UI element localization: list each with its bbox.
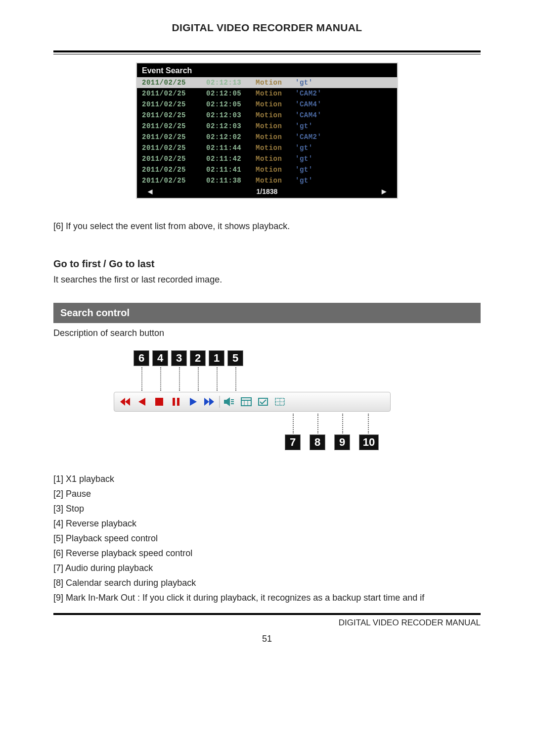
fast-forward-icon[interactable] <box>202 395 217 409</box>
legend-item: [1] X1 playback <box>53 474 481 484</box>
event-date: 2011/02/25 <box>142 177 206 185</box>
event-date: 2011/02/25 <box>142 144 206 152</box>
event-type: Motion <box>256 166 295 174</box>
numbox-8: 8 <box>310 434 325 450</box>
numbox-4: 4 <box>152 350 168 366</box>
legend-item: [5] Playback speed control <box>53 533 481 544</box>
event-type: Motion <box>256 177 295 185</box>
legend-item: [3] Stop <box>53 504 481 514</box>
numbox-1: 1 <box>209 350 224 366</box>
event-time: 02:11:44 <box>206 144 256 152</box>
svg-rect-4 <box>173 398 175 406</box>
event-time: 02:12:05 <box>206 100 256 108</box>
numbox-5: 5 <box>227 350 243 366</box>
svg-marker-9 <box>224 397 230 406</box>
paragraph-after-event: [6] If you select the event list from ab… <box>53 220 481 234</box>
event-row[interactable]: 2011/02/2502:11:41Motion'gt' <box>137 164 397 175</box>
dotted-line <box>160 367 161 391</box>
event-row[interactable]: 2011/02/2502:12:05Motion'CAM2' <box>137 88 397 99</box>
event-rows: 2011/02/2502:12:13Motion'gt'2011/02/2502… <box>137 77 397 186</box>
playback-toolbar <box>114 392 391 412</box>
pause-icon[interactable] <box>169 395 183 409</box>
play-icon[interactable] <box>185 395 200 409</box>
divider-bottom <box>53 613 481 615</box>
audio-icon[interactable] <box>222 395 237 409</box>
event-type: Motion <box>256 90 295 97</box>
event-type: Motion <box>256 122 295 130</box>
control-diagram-wrap: 6 4 3 2 1 5 <box>53 350 481 454</box>
svg-marker-2 <box>138 398 145 406</box>
search-control-banner: Search control <box>53 303 481 323</box>
dotted-line <box>368 414 369 433</box>
legend-list: [1] X1 playback[2] Pause[3] Stop[4] Reve… <box>53 474 481 603</box>
event-cam: 'gt' <box>295 166 313 174</box>
event-date: 2011/02/25 <box>142 122 206 130</box>
legend-item: [6] Reverse playback speed control <box>53 548 481 559</box>
legend-item: [2] Pause <box>53 489 481 499</box>
event-time: 02:12:03 <box>206 111 256 119</box>
footer-right-text: DIGITAL VIDEO RECODER MANUAL <box>339 618 481 628</box>
svg-rect-10 <box>231 399 234 400</box>
event-type: Motion <box>256 144 295 152</box>
event-time: 02:12:13 <box>206 79 256 87</box>
svg-marker-8 <box>209 398 214 406</box>
dotted-line <box>141 367 142 391</box>
desc-line: Description of search button <box>53 328 481 338</box>
event-search-box: Event Search 2011/02/2502:12:13Motion'gt… <box>136 62 398 199</box>
svg-rect-17 <box>259 398 267 405</box>
event-row[interactable]: 2011/02/2502:12:03Motion'gt' <box>137 121 397 132</box>
event-type: Motion <box>256 100 295 108</box>
svg-marker-6 <box>190 398 197 406</box>
page-title: DIGITAL VIDEO RECORDER MANUAL <box>53 22 481 34</box>
stop-icon[interactable] <box>152 395 167 409</box>
event-date: 2011/02/25 <box>142 111 206 119</box>
event-search-title: Event Search <box>137 63 397 77</box>
footer-row: DIGITAL VIDEO RECODER MANUAL <box>53 618 481 628</box>
event-cam: 'gt' <box>295 177 313 185</box>
event-date: 2011/02/25 <box>142 90 206 97</box>
pager-prev[interactable]: ◀ <box>148 188 152 195</box>
svg-rect-5 <box>177 398 179 406</box>
event-cam: 'CAM4' <box>295 100 321 108</box>
event-time: 02:12:03 <box>206 122 256 130</box>
event-type: Motion <box>256 79 295 87</box>
event-date: 2011/02/25 <box>142 155 206 163</box>
event-row[interactable]: 2011/02/2502:11:38Motion'gt' <box>137 175 397 186</box>
event-row[interactable]: 2011/02/2502:12:02Motion'CAM2' <box>137 132 397 142</box>
dotted-line <box>217 367 218 391</box>
event-search-wrapper: Event Search 2011/02/2502:12:13Motion'gt… <box>53 62 481 199</box>
fast-rewind-icon[interactable] <box>118 395 133 409</box>
divider-top <box>53 50 481 54</box>
event-time: 02:11:41 <box>206 166 256 174</box>
section-gofirst-title: Go to first / Go to last <box>53 258 481 270</box>
event-time: 02:11:42 <box>206 155 256 163</box>
page-number: 51 <box>53 634 481 644</box>
event-cam: 'gt' <box>295 122 313 130</box>
legend-item: [9] Mark In-Mark Out : If you click it d… <box>53 593 481 603</box>
event-row[interactable]: 2011/02/2502:11:44Motion'gt' <box>137 142 397 153</box>
event-row[interactable]: 2011/02/2502:11:42Motion'gt' <box>137 153 397 164</box>
toolbar-separator <box>219 396 220 408</box>
event-time: 02:12:02 <box>206 133 256 141</box>
event-cam: 'CAM4' <box>295 111 321 119</box>
pager-next[interactable]: ▶ <box>382 188 386 195</box>
legend-item: [4] Reverse playback <box>53 519 481 529</box>
legend-item: [8] Calendar search during playback <box>53 578 481 588</box>
legend-item: [7] Audio during playback <box>53 563 481 573</box>
event-row[interactable]: 2011/02/2502:12:05Motion'CAM4' <box>137 99 397 110</box>
dotted-line <box>317 414 318 433</box>
event-row[interactable]: 2011/02/2502:12:13Motion'gt' <box>137 77 397 88</box>
numbox-2: 2 <box>190 350 206 366</box>
calendar-icon[interactable] <box>239 395 254 409</box>
event-cam: 'gt' <box>295 79 313 87</box>
grid-icon[interactable] <box>272 395 287 409</box>
event-row[interactable]: 2011/02/2502:12:03Motion'CAM4' <box>137 110 397 121</box>
event-type: Motion <box>256 155 295 163</box>
numbox-6: 6 <box>134 350 149 366</box>
event-date: 2011/02/25 <box>142 133 206 141</box>
event-date: 2011/02/25 <box>142 166 206 174</box>
svg-rect-11 <box>231 401 234 402</box>
mark-in-out-icon[interactable] <box>256 395 270 409</box>
reverse-play-icon[interactable] <box>135 395 150 409</box>
event-cam: 'gt' <box>295 155 313 163</box>
